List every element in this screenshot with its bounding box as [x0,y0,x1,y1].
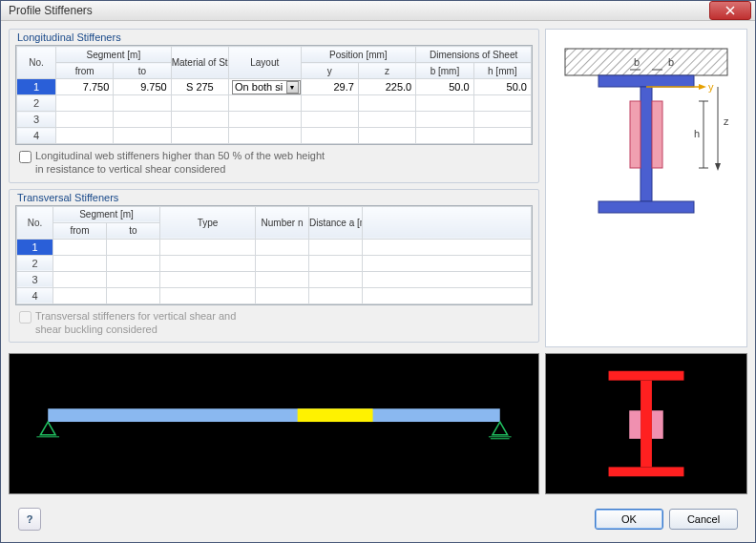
row-number[interactable]: 2 [17,255,53,271]
col-position: Position [mm] [301,47,416,63]
table-row[interactable]: 4 [17,128,532,144]
table-row[interactable]: 1 [17,239,532,255]
section-preview-svg [546,354,746,493]
longitudinal-shear-checkbox[interactable] [19,151,32,163]
svg-marker-26 [493,422,508,435]
ok-button[interactable]: OK [595,509,663,530]
svg-rect-2 [565,49,727,75]
table-row[interactable]: 2 [17,255,532,271]
svg-marker-24 [40,422,55,435]
transversal-checkbox-label: Transversal stiffeners for vertical shea… [35,309,236,337]
col-from: from [55,63,113,79]
svg-rect-23 [298,408,373,422]
longitudinal-checkbox-label: Longitudinal web stiffeners higher than … [35,149,325,177]
col-no: No. [17,206,53,239]
transversal-legend: Transversal Stiffeners [15,192,120,203]
cell-from[interactable] [53,239,107,255]
col-dims: Dimensions of Sheet [416,47,532,63]
table-row[interactable]: 4 [17,287,532,303]
row-number[interactable]: 3 [17,271,53,287]
row-number[interactable]: 1 [17,79,56,95]
help-button[interactable]: ? [18,508,41,531]
cell-material[interactable]: S 275 [171,79,228,95]
cell-layout[interactable]: On both si ▼ [229,79,301,95]
col-y: y [301,63,358,79]
svg-rect-7 [652,101,662,168]
col-segment: Segment [m] [53,206,160,222]
cancel-button[interactable]: Cancel [669,509,738,530]
close-icon [725,6,735,15]
col-material: Material of Steel [171,47,228,79]
table-row[interactable]: 1 7.750 9.750 S 275 On both si ▼ [17,79,532,95]
table-row[interactable]: 3 [17,271,532,287]
transversal-grid[interactable]: No. Segment [m] Type Number n Distance a… [15,205,533,305]
close-button[interactable] [709,1,751,20]
dialog-window: Profile Stiffeners Longitudinal Stiffene… [0,0,756,543]
col-from: from [53,222,107,239]
row-number[interactable]: 1 [17,239,53,255]
row-number[interactable]: 2 [17,95,56,112]
col-segment: Segment [m] [55,47,171,63]
cell-h[interactable]: 50.0 [473,79,531,95]
row-number[interactable]: 4 [17,287,53,303]
help-icon: ? [27,513,33,525]
table-row[interactable]: 2 [17,95,532,112]
upper-row: Longitudinal Stiffeners No. Seg [9,29,747,347]
svg-rect-22 [48,408,500,422]
window-title: Profile Stiffeners [9,4,93,17]
svg-text:h: h [694,128,700,139]
dialog-buttons: OK Cancel [595,509,738,530]
titlebar: Profile Stiffeners [1,1,755,21]
svg-rect-32 [629,410,640,439]
col-to: to [107,222,160,239]
dialog-body: Longitudinal Stiffeners No. Seg [1,21,755,543]
cell-b[interactable]: 50.0 [416,79,473,95]
svg-rect-31 [609,467,684,476]
transversal-shear-checkbox[interactable] [19,311,32,324]
svg-text:b: b [634,56,640,68]
svg-rect-30 [640,381,652,468]
svg-rect-29 [609,371,684,381]
col-z: z [358,63,415,79]
col-layout: Layout [229,47,301,79]
button-bar: ? OK Cancel [9,500,747,538]
chevron-down-icon[interactable]: ▼ [286,81,299,94]
beam-preview[interactable] [9,353,539,494]
layout-dropdown[interactable]: On both si ▼ [232,80,300,94]
row-number[interactable]: 4 [17,128,56,144]
cell-z[interactable]: 225.0 [358,79,415,95]
col-type: Type [160,206,256,239]
longitudinal-grid[interactable]: No. Segment [m] Material of Steel Layout… [15,45,533,145]
diagram-column: y z h b b [545,29,747,347]
longitudinal-legend: Longitudinal Stiffeners [15,31,123,43]
svg-text:b: b [668,56,674,68]
col-b: b [mm] [416,63,473,79]
svg-rect-3 [598,75,694,87]
transversal-group: Transversal Stiffeners No. Segment [m] T… [9,189,539,344]
svg-text:y: y [708,81,714,93]
tables-column: Longitudinal Stiffeners No. Seg [9,29,539,347]
i-beam-diagram: y z h b b [546,30,746,278]
svg-marker-12 [715,163,721,171]
longitudinal-checkbox-row: Longitudinal web stiffeners higher than … [15,149,533,177]
section-preview[interactable] [545,353,747,494]
col-no: No. [17,47,56,79]
row-number[interactable]: 3 [17,112,56,128]
layout-value: On both si [235,81,283,93]
col-distance: Distance a [m] [309,206,363,239]
svg-rect-33 [652,410,663,439]
col-number: Number n [256,206,309,239]
table-row[interactable]: 3 [17,112,532,128]
col-blank [363,206,532,239]
col-to: to [114,63,171,79]
transversal-checkbox-row: Transversal stiffeners for vertical shea… [15,309,533,337]
col-h: h [mm] [473,63,531,79]
cell-to[interactable]: 9.750 [114,79,171,95]
svg-text:z: z [724,115,729,127]
longitudinal-group: Longitudinal Stiffeners No. Seg [9,29,539,183]
svg-marker-9 [699,84,706,90]
section-diagram: y z h b b [545,29,747,347]
cell-y[interactable]: 29.7 [301,79,358,95]
cell-from[interactable]: 7.750 [55,79,113,95]
beam-preview-svg [10,354,538,493]
